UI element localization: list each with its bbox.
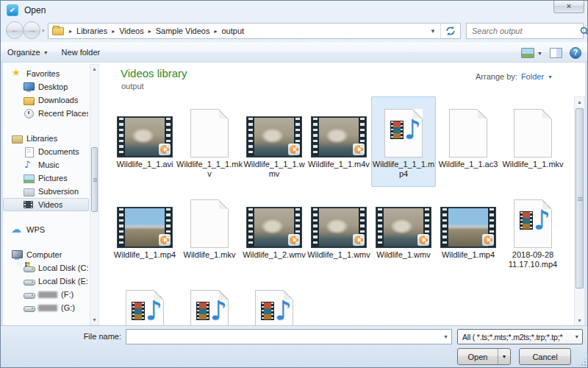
resize-grip[interactable]: [578, 358, 586, 366]
refresh-button[interactable]: [440, 24, 460, 38]
file-name-text: Wildlife_1_1.mkv: [502, 160, 563, 169]
sidebar-item-label: Favorites: [26, 69, 60, 78]
content-scrollbar[interactable]: ▲ ▼: [574, 96, 585, 327]
sidebar-item-libraries[interactable]: Libraries: [3, 132, 89, 145]
scroll-up-icon[interactable]: ▲: [575, 97, 584, 107]
sidebar-item-recent-places[interactable]: Recent Places: [3, 107, 89, 120]
help-button[interactable]: ?: [570, 47, 581, 59]
disk-os-icon: [23, 263, 35, 273]
files-grid: Wildlife_1_1.aviWildlife_1_1_1.mkvWildli…: [112, 96, 565, 327]
sidebar-scrollbar[interactable]: ▲ ▼: [90, 64, 99, 325]
arrange-by-label: Arrange by:: [476, 72, 517, 81]
search-input[interactable]: [467, 26, 580, 35]
address-dropdown-icon[interactable]: ▼: [426, 28, 440, 35]
disk-icon: [23, 276, 35, 286]
file-item[interactable]: Wildlife_1_1_1.mkv: [177, 96, 242, 187]
filmstrip-icon: [520, 211, 533, 230]
file-item[interactable]: ♪: [177, 277, 242, 327]
computer-icon: [11, 250, 23, 260]
sidebar-item-desktop[interactable]: Desktop: [3, 80, 89, 93]
file-item[interactable]: Wildlife_1_1.m4v: [306, 96, 371, 187]
file-item[interactable]: ♪: [112, 277, 177, 327]
file-item[interactable]: Wildlife_1_1.avi: [112, 96, 177, 187]
scroll-down-icon[interactable]: ▼: [575, 316, 584, 326]
refresh-icon: [445, 26, 456, 36]
breadcrumb-item[interactable]: Videos: [115, 26, 147, 35]
sidebar-item-label: Local Disk (C:): [38, 263, 88, 272]
close-button[interactable]: ×: [553, 1, 584, 13]
file-item[interactable]: Wildlife_1_1.mp4: [112, 187, 177, 277]
sidebar-item-wps[interactable]: WPS: [3, 223, 89, 236]
open-button-label: Open: [458, 353, 498, 361]
music-note-icon: ♪: [275, 297, 292, 324]
file-item[interactable]: ♪Wildlife_1_1_1.mp4: [371, 96, 436, 187]
breadcrumb-item[interactable]: output: [218, 26, 248, 35]
sidebar-item-downloads[interactable]: Downloads: [3, 93, 89, 107]
file-item[interactable]: ♪2018-09-2811.17.10.mp4: [501, 187, 565, 277]
arrange-by-control[interactable]: Arrange by: Folder ▼: [476, 72, 553, 81]
doc-file-icon: [514, 100, 552, 158]
scroll-up-icon[interactable]: ▲: [90, 65, 98, 74]
media-file-icon: ♪: [255, 281, 293, 327]
video-file-icon: [117, 191, 173, 248]
sidebar-item-local-disk-e[interactable]: Local Disk (E:): [3, 275, 89, 288]
open-dropdown-icon[interactable]: ▼: [498, 349, 510, 364]
chevron-down-icon[interactable]: ▼: [440, 334, 451, 339]
app-logo-icon: ✔: [7, 4, 18, 16]
open-button[interactable]: Open ▼: [457, 348, 511, 365]
sidebar-item-pictures[interactable]: Pictures: [3, 171, 89, 185]
breadcrumb-item[interactable]: Libraries: [73, 26, 111, 35]
sidebar-scroll-thumb[interactable]: [91, 147, 98, 212]
arrange-by-value[interactable]: Folder: [521, 72, 544, 81]
chevron-down-icon: ▼: [571, 334, 582, 339]
sidebar-item-label: WPS: [26, 225, 45, 234]
sidebar-item-documents[interactable]: Documents: [3, 145, 89, 158]
sidebar-item-videos[interactable]: Videos: [3, 198, 89, 211]
file-type-filter[interactable]: All ( *.ts;*.mts;*.m2ts;*.trp;*.tp;* ▼: [457, 329, 583, 344]
file-item[interactable]: Wildlife_1_1_1.wmv: [242, 96, 306, 187]
sidebar-item-local-disk-c[interactable]: Local Disk (C:): [3, 261, 89, 275]
sidebar-item-label: Pictures: [38, 174, 68, 183]
video-file-icon: [376, 191, 431, 248]
back-button[interactable]: ←: [6, 21, 24, 39]
media-file-icon: ♪: [514, 191, 552, 248]
sidebar-item-computer[interactable]: Computer: [3, 248, 89, 261]
preview-pane-button[interactable]: [550, 48, 562, 58]
file-item[interactable]: Wildlife_1_2.wmv: [242, 187, 306, 277]
sidebar-item-label: Subversion: [38, 187, 79, 196]
cancel-button[interactable]: Cancel: [519, 348, 571, 365]
file-name-text: Wildlife_1.mkv: [184, 250, 236, 260]
sidebar-item-label: Computer: [26, 250, 62, 259]
sidebar-item-music[interactable]: Music: [3, 158, 89, 171]
forward-button[interactable]: →: [23, 21, 40, 39]
content-scroll-thumb[interactable]: [576, 108, 584, 289]
file-name-text: Wildlife_1.wmv: [376, 250, 430, 260]
sidebar-item-g[interactable]: (G:): [3, 301, 89, 314]
title-bar: ✔ Open: [1, 1, 587, 20]
file-name-text: Wildlife_1.mp4: [442, 250, 495, 260]
window-title: Open: [24, 5, 46, 15]
file-item[interactable]: Wildlife_1.mp4: [436, 187, 501, 277]
file-item[interactable]: ♪: [242, 277, 306, 327]
file-item[interactable]: Wildlife_1.mkv: [177, 187, 242, 277]
media-file-icon: ♪: [384, 100, 423, 158]
breadcrumb-bar[interactable]: ▸ Libraries▸Videos▸Sample Videos▸output …: [48, 23, 461, 39]
sidebar-item-subversion[interactable]: Subversion: [3, 185, 89, 198]
file-item[interactable]: Wildlife_1_1.ac3: [436, 96, 501, 187]
views-button[interactable]: ▼: [521, 48, 542, 58]
file-item[interactable]: Wildlife_1_1.mkv: [501, 96, 565, 187]
sidebar-item-label: Documents: [38, 147, 79, 156]
sidebar-item-f[interactable]: (F:): [3, 288, 89, 301]
open-dialog-window: ✔ Open × ← → ▾ ▸ Libraries▸Videos▸Sample…: [0, 0, 588, 368]
recent-pages-dropdown-icon[interactable]: ▾: [42, 28, 45, 34]
breadcrumb-item[interactable]: Sample Videos: [152, 26, 214, 35]
new-folder-button[interactable]: New folder: [55, 45, 107, 60]
downloads-icon: [23, 95, 35, 105]
sidebar-item-favorites[interactable]: Favorites: [3, 67, 89, 80]
file-item[interactable]: Wildlife_1.wmv: [371, 187, 436, 277]
organize-button[interactable]: Organize ▼: [1, 45, 55, 60]
scroll-down-icon[interactable]: ▼: [90, 316, 98, 325]
play-overlay-icon: [353, 144, 365, 155]
file-name-input[interactable]: [126, 333, 440, 342]
file-item[interactable]: Wildlife_1_1.wmv: [306, 187, 371, 277]
